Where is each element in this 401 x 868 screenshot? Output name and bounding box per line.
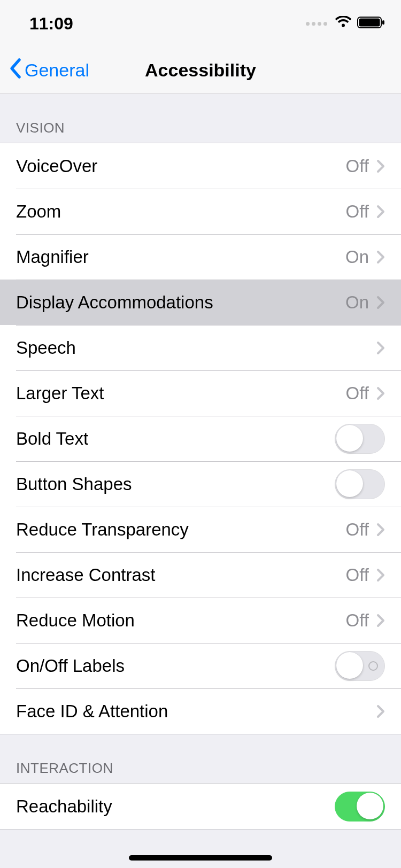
section-header-interaction: INTERACTION	[0, 734, 401, 783]
row-button-shapes: Button Shapes	[0, 461, 401, 507]
row-value: Off	[346, 565, 369, 585]
row-speech[interactable]: Speech	[0, 325, 401, 370]
row-value: On	[345, 247, 369, 267]
status-bar: 11:09	[0, 0, 401, 47]
back-button[interactable]: General	[0, 58, 89, 83]
chevron-right-icon	[376, 205, 385, 219]
row-faceid-attention[interactable]: Face ID & Attention	[0, 688, 401, 734]
row-label: Reduce Motion	[16, 610, 346, 631]
row-label: Increase Contrast	[16, 565, 346, 585]
row-reachability: Reachability	[0, 784, 401, 829]
row-larger-text[interactable]: Larger Text Off	[0, 370, 401, 416]
svg-rect-1	[359, 19, 380, 27]
row-reduce-transparency[interactable]: Reduce Transparency Off	[0, 507, 401, 552]
wifi-icon	[335, 16, 352, 31]
toggle-button-shapes[interactable]	[335, 469, 385, 499]
row-bold-text: Bold Text	[0, 416, 401, 461]
battery-icon	[357, 16, 385, 31]
row-value: Off	[346, 610, 369, 631]
row-label: Reduce Transparency	[16, 520, 346, 540]
toggle-reachability[interactable]	[335, 792, 385, 821]
row-label: On/Off Labels	[16, 656, 335, 676]
row-value: Off	[346, 201, 369, 222]
row-zoom[interactable]: Zoom Off	[0, 189, 401, 234]
row-display-accommodations[interactable]: Display Accommodations On	[0, 280, 401, 325]
row-value: Off	[346, 383, 369, 404]
section-interaction: Reachability	[0, 783, 401, 830]
row-label: Larger Text	[16, 383, 346, 404]
chevron-right-icon	[376, 568, 385, 582]
signal-dots-icon	[306, 22, 327, 26]
chevron-right-icon	[376, 250, 385, 264]
row-label: Reachability	[16, 796, 335, 817]
row-value: Off	[346, 520, 369, 540]
row-value: Off	[346, 156, 369, 176]
onoff-mark-icon	[368, 661, 378, 671]
row-label: VoiceOver	[16, 156, 346, 176]
chevron-right-icon	[376, 341, 385, 355]
row-label: Speech	[16, 338, 376, 358]
back-label: General	[25, 60, 89, 81]
chevron-right-icon	[376, 296, 385, 309]
row-increase-contrast[interactable]: Increase Contrast Off	[0, 552, 401, 598]
row-value: On	[345, 292, 369, 313]
toggle-bold-text[interactable]	[335, 424, 385, 454]
row-label: Zoom	[16, 201, 346, 222]
chevron-right-icon	[376, 386, 385, 400]
status-indicators	[306, 16, 385, 31]
chevron-right-icon	[376, 523, 385, 537]
row-label: Button Shapes	[16, 474, 335, 494]
row-voiceover[interactable]: VoiceOver Off	[0, 143, 401, 189]
row-reduce-motion[interactable]: Reduce Motion Off	[0, 598, 401, 643]
row-label: Bold Text	[16, 429, 335, 449]
chevron-right-icon	[376, 704, 385, 718]
row-label: Display Accommodations	[16, 292, 345, 313]
status-time: 11:09	[29, 14, 73, 34]
row-label: Magnifier	[16, 247, 345, 267]
row-label: Face ID & Attention	[16, 701, 376, 722]
toggle-onoff-labels[interactable]	[335, 651, 385, 681]
chevron-right-icon	[376, 159, 385, 173]
row-magnifier[interactable]: Magnifier On	[0, 234, 401, 280]
svg-rect-2	[382, 20, 384, 25]
section-header-vision: VISION	[0, 94, 401, 143]
nav-bar: General Accessibility	[0, 47, 401, 94]
chevron-right-icon	[376, 614, 385, 627]
chevron-left-icon	[9, 58, 21, 83]
home-indicator[interactable]	[129, 855, 272, 861]
section-vision: VoiceOver Off Zoom Off Magnifier On Disp…	[0, 143, 401, 734]
row-onoff-labels: On/Off Labels	[0, 643, 401, 688]
